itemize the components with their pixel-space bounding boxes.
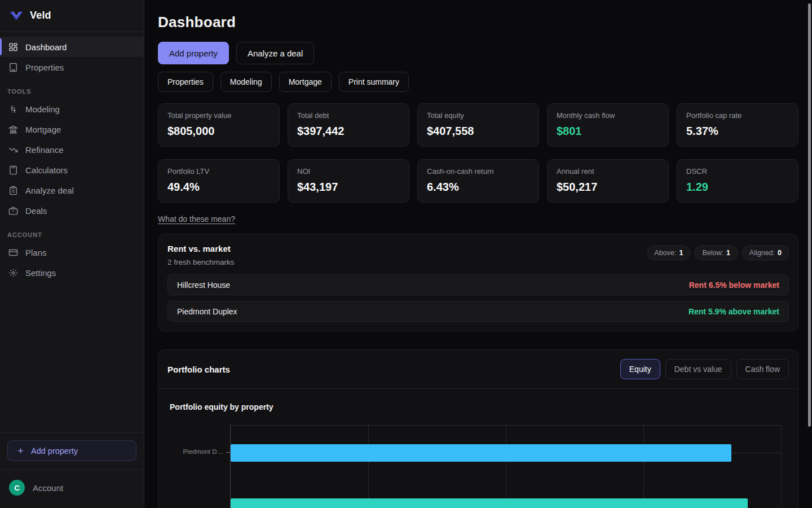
y-tick-label: Piedmont D…: [183, 448, 223, 455]
print-summary-button[interactable]: Print summary: [339, 72, 409, 92]
rent-vs-market-panel: Rent vs. market 2 fresh benchmarks Above…: [158, 234, 798, 331]
gear-icon: [8, 268, 19, 278]
tab-cash-flow[interactable]: Cash flow: [736, 359, 789, 379]
stat-value: 49.4%: [167, 181, 270, 194]
badge-value: 0: [778, 249, 782, 257]
sidebar-item-label: Plans: [25, 248, 47, 257]
credit-card-icon: [8, 248, 19, 257]
sidebar-item-label: Refinance: [25, 145, 64, 155]
scrollbar[interactable]: [806, 0, 812, 508]
rent-vs-market-subtitle: 2 fresh benchmarks: [167, 258, 235, 266]
properties-button[interactable]: Properties: [158, 72, 213, 92]
chart-plot-border: [231, 425, 781, 508]
sidebar-item-label: Modeling: [25, 104, 60, 114]
sidebar-item-analyze-deal[interactable]: Analyze deal: [0, 180, 144, 200]
equity-bar-partial[interactable]: [231, 498, 748, 508]
stat-card-cash-on-cash: Cash-on-cash return 6.43%: [417, 159, 539, 203]
stat-label: Monthly cash flow: [557, 111, 659, 120]
stat-value: 5.37%: [686, 125, 789, 138]
badge-label: Above:: [655, 249, 677, 257]
sidebar-footer-actions: Add property: [0, 432, 144, 469]
main-content: Dashboard Add property Analyze a deal Pr…: [144, 0, 812, 508]
stat-value: $407,558: [427, 125, 529, 138]
modeling-button[interactable]: Modeling: [220, 72, 272, 92]
sidebar-item-deals[interactable]: Deals: [0, 200, 144, 221]
stat-value: $43,197: [297, 181, 400, 194]
stats-grid: Total property value $805,000 Total debt…: [158, 103, 798, 203]
chart-tabs: Equity Debt vs value Cash flow: [620, 359, 789, 379]
stat-label: Portfolio LTV: [167, 167, 270, 176]
avatar: C: [9, 480, 25, 496]
brand-header: Veld: [0, 0, 144, 32]
bank-icon: [8, 125, 19, 134]
mortgage-button[interactable]: Mortgage: [279, 72, 332, 92]
sidebar-item-modeling[interactable]: Modeling: [0, 99, 144, 119]
gridline: [506, 426, 506, 508]
property-name: Hillcrest House: [177, 281, 230, 290]
brand-name: Veld: [30, 10, 51, 21]
rent-vs-market-title: Rent vs. market: [167, 244, 235, 253]
sidebar-item-refinance[interactable]: Refinance: [0, 139, 144, 160]
stat-card-portfolio-ltv: Portfolio LTV 49.4%: [158, 159, 280, 203]
badge-below: Below: 1: [695, 246, 737, 260]
rent-status: Rent 6.5% below market: [689, 281, 779, 290]
sidebar-item-calculators[interactable]: Calculators: [0, 160, 144, 180]
sidebar-section-tools: TOOLS: [0, 88, 144, 95]
sidebar-item-plans[interactable]: Plans: [0, 242, 144, 262]
tab-debt-vs-value[interactable]: Debt vs value: [665, 359, 731, 379]
sidebar: Veld Dashboard Properties TOOLS: [0, 0, 144, 508]
trending-down-icon: [8, 145, 19, 155]
sidebar-add-property-button[interactable]: Add property: [7, 440, 136, 461]
sidebar-item-label: Dashboard: [25, 42, 67, 52]
veld-logo-icon: [9, 8, 24, 23]
stat-label: Total property value: [167, 111, 270, 120]
portfolio-charts-panel: Portfolio charts Equity Debt vs value Ca…: [158, 349, 798, 508]
stat-card-noi: NOI $43,197: [288, 159, 409, 203]
sidebar-item-mortgage[interactable]: Mortgage: [0, 119, 144, 139]
badge-above: Above: 1: [647, 246, 691, 260]
sliders-icon: [8, 104, 19, 114]
gridline: [781, 426, 782, 508]
sidebar-item-label: Deals: [25, 206, 47, 216]
sidebar-nav: Dashboard Properties TOOLS Modeling: [0, 32, 144, 283]
sidebar-item-properties[interactable]: Properties: [0, 57, 144, 77]
stat-value: $805,000: [167, 125, 270, 138]
what-do-these-mean-link[interactable]: What do these mean?: [158, 214, 235, 224]
dashboard-icon: [8, 42, 19, 52]
building-icon: [8, 63, 19, 72]
stat-label: Portfolio cap rate: [686, 111, 789, 120]
sidebar-item-label: Analyze deal: [25, 186, 74, 195]
add-property-button[interactable]: Add property: [158, 42, 229, 64]
stat-label: Annual rent: [557, 167, 659, 176]
badge-label: Aligned:: [749, 249, 775, 257]
sidebar-item-dashboard[interactable]: Dashboard: [0, 37, 144, 57]
benchmark-row-hillcrest[interactable]: Hillcrest House Rent 6.5% below market: [167, 274, 789, 295]
property-name: Piedmont Duplex: [177, 307, 237, 316]
chart-y-axis-labels: Piedmont D…: [170, 425, 230, 508]
chart-title: Portfolio equity by property: [170, 402, 787, 411]
sidebar-item-label: Calculators: [25, 165, 68, 175]
stat-label: NOI: [297, 167, 400, 176]
sidebar-item-settings[interactable]: Settings: [0, 262, 144, 283]
account-row[interactable]: C Account: [0, 469, 144, 508]
quick-links: Properties Modeling Mortgage Print summa…: [158, 72, 798, 92]
analyze-a-deal-button[interactable]: Analyze a deal: [236, 42, 314, 64]
stat-card-portfolio-cap-rate: Portfolio cap rate 5.37%: [677, 103, 798, 147]
tab-equity[interactable]: Equity: [620, 359, 660, 379]
stat-card-annual-rent: Annual rent $50,217: [547, 159, 669, 203]
scrollbar-thumb[interactable]: [808, 3, 811, 427]
stat-label: Cash-on-cash return: [427, 167, 529, 176]
equity-bar-chart: Piedmont D…: [170, 425, 787, 508]
stat-card-total-debt: Total debt $397,442: [288, 103, 409, 147]
badge-label: Below:: [702, 249, 723, 257]
equity-bar-piedmont[interactable]: [231, 444, 731, 462]
benchmark-rows: Hillcrest House Rent 6.5% below market P…: [167, 274, 789, 322]
stat-card-total-equity: Total equity $407,558: [417, 103, 539, 147]
portfolio-charts-title: Portfolio charts: [167, 365, 230, 374]
badge-value: 1: [726, 249, 730, 257]
plus-icon: [16, 446, 25, 455]
benchmark-row-piedmont[interactable]: Piedmont Duplex Rent 5.9% above market: [167, 301, 789, 322]
stat-card-monthly-cash-flow: Monthly cash flow $801: [547, 103, 669, 147]
chart-plot-area: [230, 425, 787, 508]
sidebar-spacer: [0, 283, 144, 432]
